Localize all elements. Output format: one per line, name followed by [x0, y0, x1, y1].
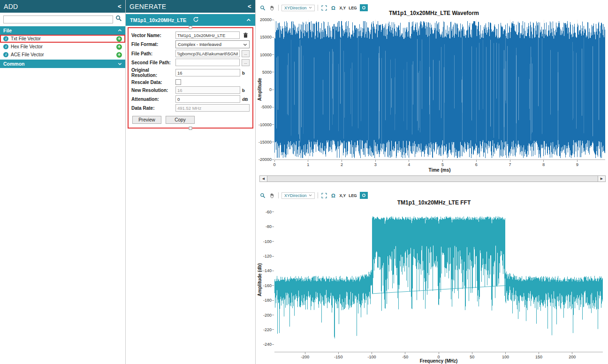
x-tick-label: 9 [576, 162, 578, 167]
legend-label[interactable]: LEG [349, 6, 357, 10]
y-tick-label: -140 [256, 268, 272, 273]
xy-label[interactable]: X,Y [340, 193, 346, 198]
browse-button[interactable]: ... [242, 50, 250, 57]
x-tick-mark [274, 160, 275, 162]
y-tick-mark [272, 256, 274, 257]
x-tick-mark [338, 352, 339, 354]
section-header-common[interactable]: Common [0, 60, 125, 68]
second-file-path-input[interactable] [175, 59, 240, 66]
data-rate-input[interactable] [175, 104, 250, 112]
field-label: Rescale Data: [131, 80, 174, 85]
add-item-label: Hex File Vector [11, 44, 43, 49]
scroll-right-arrow[interactable]: ▶ [598, 176, 605, 182]
field-label: Data Rate: [131, 106, 174, 111]
chevron-up-icon [118, 28, 122, 33]
x-tick-label: 150 [535, 355, 542, 359]
collapse-panel-icon[interactable]: < [248, 3, 251, 9]
collapse-panel-icon[interactable]: < [118, 3, 122, 9]
x-tick-label: 0 [437, 355, 440, 359]
y-tick-label: -200 [256, 313, 272, 318]
y-tick-label: -60 [256, 210, 272, 214]
fit-view-icon[interactable] [321, 5, 327, 11]
delete-icon[interactable] [242, 32, 250, 38]
legend-label[interactable]: LEG [349, 193, 357, 198]
fft-plot[interactable] [274, 208, 603, 352]
x-tick-mark [305, 352, 305, 354]
add-plus-icon[interactable]: + [116, 52, 122, 58]
y-tick-label: 0 [256, 87, 272, 92]
new-resolution-input[interactable] [175, 86, 240, 94]
x-tick-label: -50 [402, 355, 408, 359]
original-resolution-input[interactable] [175, 69, 240, 76]
x-tick-label: 6 [475, 162, 478, 167]
y-tick-mark [272, 344, 274, 345]
copy-button[interactable]: Copy [166, 116, 195, 124]
chevron-up-icon[interactable] [246, 17, 251, 23]
y-tick-label: -15000 [256, 140, 272, 144]
marker-icon[interactable]: Ω [330, 192, 337, 199]
fft-chart-toolbar: XYDirectionΩX,YLEG [259, 191, 368, 199]
unit-label: b [242, 88, 250, 93]
xy-direction-dropdown[interactable]: XYDirection [281, 5, 315, 11]
add-plus-icon[interactable]: + [116, 36, 122, 42]
scroll-left-arrow[interactable]: ◀ [260, 176, 267, 182]
x-tick-label: -100 [368, 355, 376, 359]
y-tick-mark [272, 300, 274, 301]
unit-label: b [242, 70, 250, 76]
field-label: Attenuation: [131, 97, 174, 102]
search-input[interactable] [3, 15, 113, 23]
add-panel-header: ADD < [0, 0, 125, 13]
search-row [0, 13, 125, 25]
add-item-txt-file-vector[interactable]: iTxt File Vector+ [0, 35, 125, 43]
x-tick-mark [308, 160, 308, 162]
fit-view-icon[interactable] [321, 192, 327, 199]
scroll-thumb[interactable] [267, 176, 598, 182]
add-plus-icon[interactable]: + [116, 44, 122, 50]
file-path-input[interactable] [175, 50, 240, 57]
section-header-file[interactable]: File [0, 26, 125, 35]
waveform-x-axis-label: Time (ms) [428, 167, 450, 173]
x-tick-label: 2 [341, 162, 343, 167]
zoom-icon[interactable] [259, 192, 266, 199]
zoom-icon[interactable] [259, 5, 266, 11]
attenuation-input[interactable] [175, 95, 240, 103]
add-item-hex-file-vector[interactable]: iHex File Vector+ [0, 43, 125, 51]
waveform-plot[interactable] [274, 20, 605, 160]
x-tick-mark [472, 352, 472, 354]
xy-label[interactable]: X,Y [340, 6, 346, 10]
vector-name-input[interactable] [175, 31, 240, 39]
x-tick-mark [439, 352, 439, 354]
settings-button[interactable] [360, 192, 368, 199]
preview-button[interactable]: Preview [132, 116, 161, 124]
waveform-hscrollbar[interactable]: ◀ ▶ [259, 175, 606, 182]
x-tick-label: 0 [273, 162, 275, 167]
generate-panel-header: GENERATE < [126, 0, 255, 13]
y-tick-mark [272, 241, 274, 242]
waveform-chart-toolbar: XYDirectionΩX,YLEG [259, 4, 368, 12]
x-tick-mark [539, 352, 539, 354]
pan-icon[interactable] [269, 5, 275, 11]
y-tick-label: -100 [256, 239, 272, 244]
x-tick-label: 1 [307, 162, 309, 167]
browse-button[interactable]: ... [242, 59, 250, 66]
generate-form-highlight: Vector Name:File Format:Complex - Interl… [128, 27, 253, 129]
waveform-chart-title: TM1p1_10x20MHz_LTE Waveform [389, 10, 479, 16]
pan-icon[interactable] [269, 192, 275, 199]
rescale-data-checkbox[interactable] [175, 79, 181, 85]
annotation-handle [189, 26, 192, 29]
y-tick-label: -10000 [256, 122, 272, 127]
y-tick-mark [272, 20, 274, 20]
file-format-select[interactable]: Complex - Interleaved [175, 40, 250, 48]
y-tick-label: -120 [256, 254, 272, 258]
settings-button[interactable] [360, 4, 368, 11]
y-tick-mark [272, 315, 274, 315]
y-tick-mark [272, 142, 274, 142]
refresh-icon[interactable] [193, 16, 199, 23]
vector-tab-bar[interactable]: TM1p1_10x20MHz_LTE [126, 14, 255, 26]
info-icon: i [3, 36, 8, 41]
marker-icon[interactable]: Ω [330, 5, 337, 11]
y-tick-mark [272, 159, 274, 160]
xy-direction-dropdown[interactable]: XYDirection [281, 192, 315, 199]
y-tick-mark [272, 329, 274, 330]
add-item-ace-file-vector[interactable]: iACE File Vector+ [0, 51, 125, 59]
